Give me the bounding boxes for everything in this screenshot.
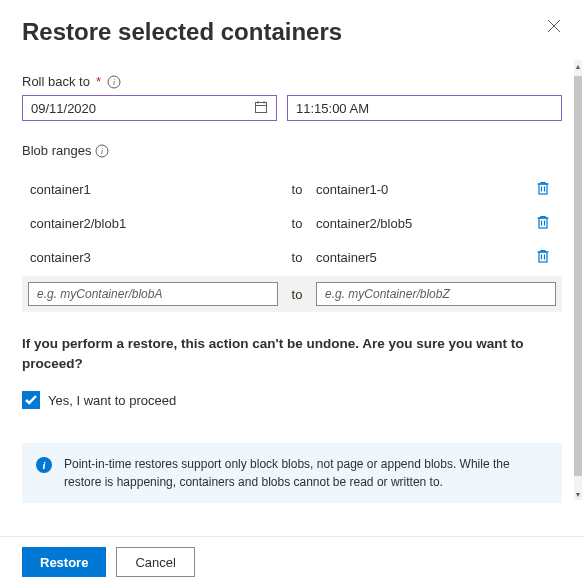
check-icon — [25, 395, 37, 405]
delete-range-button[interactable] — [536, 214, 550, 233]
trash-icon — [536, 214, 550, 230]
restore-button[interactable]: Restore — [22, 547, 106, 577]
info-icon[interactable]: i — [107, 75, 121, 89]
dialog-title: Restore selected containers — [22, 18, 342, 46]
consent-checkbox[interactable] — [22, 391, 40, 409]
scrollbar[interactable]: ▲ ▼ — [574, 60, 582, 500]
trash-icon — [536, 180, 550, 196]
info-text: Point-in-time restores support only bloc… — [64, 455, 548, 491]
range-to-value: container1-0 — [316, 182, 530, 197]
range-to-value: container5 — [316, 250, 530, 265]
close-button[interactable] — [546, 18, 562, 34]
range-to-input[interactable] — [316, 282, 556, 306]
info-banner: i Point-in-time restores support only bl… — [22, 443, 562, 503]
time-value: 11:15:00 AM — [296, 101, 369, 116]
delete-range-button[interactable] — [536, 180, 550, 199]
cancel-button[interactable]: Cancel — [116, 547, 194, 577]
warning-text: If you perform a restore, this action ca… — [22, 334, 562, 373]
trash-icon — [536, 248, 550, 264]
blob-ranges-label: Blob ranges i — [22, 143, 562, 158]
close-icon — [547, 19, 561, 33]
date-input[interactable]: 09/11/2020 — [22, 95, 277, 121]
blob-range-row: container2/blob1tocontainer2/blob5 — [22, 206, 562, 240]
scroll-up-icon[interactable]: ▲ — [574, 62, 582, 70]
svg-text:i: i — [113, 77, 116, 87]
blob-range-row: container3tocontainer5 — [22, 240, 562, 274]
info-icon[interactable]: i — [95, 144, 109, 158]
svg-rect-4 — [256, 102, 267, 112]
date-value: 09/11/2020 — [31, 101, 96, 116]
rollback-label: Roll back to* i — [22, 74, 562, 89]
to-label: to — [278, 216, 316, 231]
consent-label: Yes, I want to proceed — [48, 393, 176, 408]
svg-rect-18 — [539, 252, 547, 262]
blob-range-row: container1tocontainer1-0 — [22, 172, 562, 206]
calendar-icon[interactable] — [254, 100, 268, 117]
svg-text:i: i — [101, 146, 104, 156]
to-label: to — [278, 182, 316, 197]
to-label: to — [278, 287, 316, 302]
range-from-value: container2/blob1 — [28, 216, 278, 231]
delete-range-button[interactable] — [536, 248, 550, 267]
footer: Restore Cancel — [0, 536, 584, 587]
blob-range-input-row: to — [22, 276, 562, 312]
info-icon: i — [36, 457, 52, 473]
scrollbar-thumb[interactable] — [574, 76, 582, 476]
time-input[interactable]: 11:15:00 AM — [287, 95, 562, 121]
svg-rect-10 — [539, 184, 547, 194]
to-label: to — [278, 250, 316, 265]
svg-rect-14 — [539, 218, 547, 228]
scroll-down-icon[interactable]: ▼ — [574, 490, 582, 498]
range-from-value: container1 — [28, 182, 278, 197]
range-from-value: container3 — [28, 250, 278, 265]
range-from-input[interactable] — [28, 282, 278, 306]
range-to-value: container2/blob5 — [316, 216, 530, 231]
